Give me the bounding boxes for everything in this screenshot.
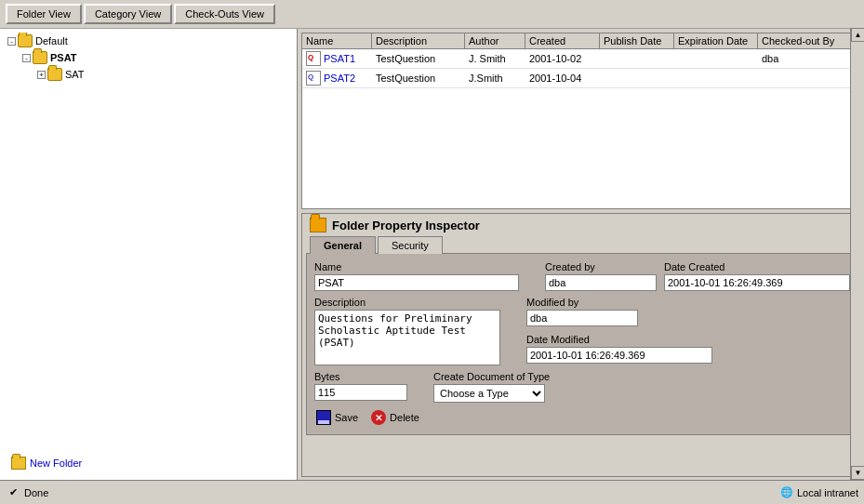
created-by-label: Created by	[545, 261, 657, 272]
inspector-tabs: General Security	[302, 236, 859, 254]
date-modified-input[interactable]	[526, 347, 712, 364]
tree-label-psat: PSAT	[50, 52, 77, 63]
file-created-cell: 2001-10-02	[525, 51, 600, 66]
delete-label: Delete	[390, 412, 419, 423]
tree-item-default[interactable]: - Default	[4, 33, 293, 49]
form-group-modified-by: Modified by	[526, 297, 712, 326]
name-label: Name	[314, 261, 519, 272]
form-group-description: Description Questions for Preliminary Sc…	[314, 297, 500, 365]
toolbar: Folder View Category View Check-Outs Vie…	[0, 0, 864, 29]
status-bar: ✔ Done 🌐 Local intranet	[0, 480, 864, 504]
folder-icon-default	[18, 34, 33, 47]
new-folder-link[interactable]: New Folder	[7, 453, 289, 473]
file-expiration-cell	[674, 76, 758, 80]
tab-general[interactable]: General	[310, 236, 376, 254]
file-desc-cell: TestQuestion	[372, 71, 465, 86]
col-header-checkedout: Checked-out By	[758, 33, 851, 48]
col-header-publish: Publish Date	[600, 33, 674, 48]
action-row: Save ✕ Delete	[314, 408, 847, 427]
file-link-psat1[interactable]: PSAT1	[324, 53, 355, 64]
scroll-up-button[interactable]: ▲	[851, 28, 864, 42]
tree-expand-default[interactable]: -	[7, 37, 16, 46]
description-textarea[interactable]: Questions for Preliminary Scholastic Apt…	[314, 310, 500, 365]
tree-area: - Default - PSAT + SAT	[4, 33, 293, 449]
col-header-created: Created	[525, 33, 600, 48]
folder-icon-psat	[33, 51, 47, 64]
table-row[interactable]: Q PSAT2 TestQuestion J.Smith 2001-10-04	[302, 69, 859, 88]
col-header-description: Description	[372, 33, 465, 48]
file-author-cell: J.Smith	[465, 71, 525, 86]
bytes-label: Bytes	[314, 371, 407, 382]
file-expiration-cell	[674, 57, 758, 60]
scrollbar-right: ▲ ▼	[850, 28, 864, 480]
save-icon	[316, 410, 331, 425]
tree-expand-sat[interactable]: +	[37, 71, 46, 79]
checkouts-view-button[interactable]: Check-Outs View	[174, 4, 275, 24]
scroll-down-button[interactable]: ▼	[851, 466, 864, 480]
inspector-folder-icon	[310, 218, 326, 232]
modified-by-label: Modified by	[526, 297, 712, 308]
doc-icon: Q	[306, 51, 321, 66]
tree-item-sat[interactable]: + SAT	[4, 66, 293, 83]
form-group-bytes: Bytes	[314, 371, 407, 403]
form-group-date-modified: Date Modified	[526, 334, 712, 364]
status-text: Done	[24, 487, 48, 498]
date-created-input[interactable]	[664, 274, 850, 291]
right-form-col: Modified by Date Modified	[526, 297, 712, 365]
inspector-title: Folder Property Inspector	[332, 219, 480, 232]
new-folder-label: New Folder	[30, 458, 82, 469]
folder-view-button[interactable]: Folder View	[6, 4, 82, 24]
form-group-create-doc-type: Create Document of Type Choose a Type	[433, 371, 550, 403]
form-row-3: Bytes Create Document of Type Choose a T…	[314, 371, 847, 403]
scroll-track	[851, 42, 864, 466]
tree-expand-psat[interactable]: -	[22, 54, 31, 62]
col-header-name: Name	[302, 33, 372, 48]
tree-item-psat[interactable]: - PSAT	[4, 49, 293, 66]
status-right: 🌐 Local intranet	[780, 486, 858, 498]
form-group-date-created: Date Created	[664, 261, 850, 291]
left-panel: - Default - PSAT + SAT New Folder	[0, 29, 298, 481]
tree-label-default: Default	[35, 35, 68, 46]
inspector-body: Name Created by Date Created De	[306, 253, 856, 435]
modified-by-input[interactable]	[526, 310, 638, 326]
created-by-input[interactable]	[545, 274, 657, 291]
form-group-name: Name	[314, 261, 519, 291]
col-header-author: Author	[465, 33, 525, 48]
inspector-header: Folder Property Inspector	[302, 214, 859, 236]
zone-text: Local intranet	[797, 487, 858, 498]
description-label: Description	[314, 297, 500, 308]
delete-icon: ✕	[371, 410, 386, 425]
col-header-expiration: Expiration Date	[674, 33, 758, 48]
file-author-cell: J. Smith	[465, 51, 525, 66]
zone-icon: 🌐	[780, 486, 793, 498]
file-list: Name Description Author Created Publish …	[301, 33, 860, 209]
doc-icon: Q	[306, 71, 321, 86]
main-layout: - Default - PSAT + SAT New Folder	[0, 29, 864, 481]
file-name-cell: Q PSAT2	[302, 69, 372, 87]
date-modified-label: Date Modified	[526, 334, 712, 345]
create-doc-type-select[interactable]: Choose a Type	[433, 384, 545, 403]
form-row-2: Description Questions for Preliminary Sc…	[314, 297, 847, 365]
file-list-header: Name Description Author Created Publish …	[302, 33, 859, 49]
category-view-button[interactable]: Category View	[84, 4, 172, 24]
right-panel: Name Description Author Created Publish …	[298, 29, 864, 481]
file-publish-cell	[600, 76, 674, 80]
folder-property-inspector: Folder Property Inspector General Securi…	[301, 213, 860, 477]
delete-button[interactable]: ✕ Delete	[369, 408, 421, 427]
save-button[interactable]: Save	[314, 408, 360, 427]
file-created-cell: 2001-10-04	[525, 71, 600, 86]
date-created-label: Date Created	[664, 261, 850, 272]
new-folder-icon	[11, 457, 26, 470]
table-row[interactable]: Q PSAT1 TestQuestion J. Smith 2001-10-02…	[302, 49, 859, 69]
tree-label-sat: SAT	[65, 69, 85, 80]
file-link-psat2[interactable]: PSAT2	[324, 73, 355, 84]
bytes-input[interactable]	[314, 384, 407, 401]
file-publish-cell	[600, 57, 674, 60]
file-name-cell: Q PSAT1	[302, 49, 372, 68]
name-input[interactable]	[314, 274, 519, 291]
form-group-created-by: Created by	[545, 261, 657, 291]
save-label: Save	[335, 412, 358, 423]
tab-security[interactable]: Security	[378, 236, 443, 254]
folder-icon-sat	[47, 68, 62, 81]
create-doc-type-label: Create Document of Type	[433, 371, 550, 382]
